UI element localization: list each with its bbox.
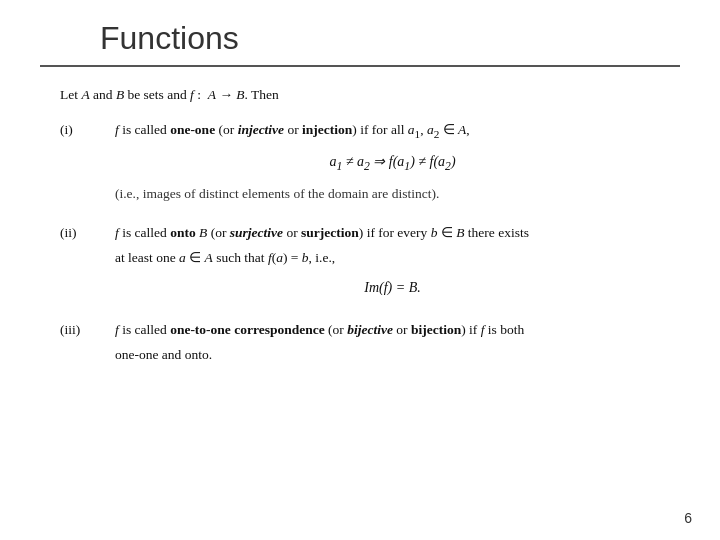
- section-ii-label: (ii): [60, 223, 115, 244]
- section-i-formula: a1 ≠ a2 ⇒ f(a1) ≠ f(a2): [115, 151, 670, 176]
- section-ii: (ii) f is called onto B (or surjective o…: [60, 223, 670, 307]
- section-ii-body: f is called onto B (or surjective or sur…: [115, 223, 670, 307]
- slide-content: Let A and B be sets and f : A → B. Then …: [40, 85, 680, 370]
- section-iii-line1: f is called one-to-one correspondence (o…: [115, 320, 670, 341]
- slide-container: Functions Let A and B be sets and f : A …: [0, 0, 720, 540]
- section-ii-line1: f is called onto B (or surjective or sur…: [115, 223, 670, 244]
- page-number: 6: [684, 510, 692, 526]
- section-i-line1: f is called one-one (or injective or inj…: [115, 120, 670, 143]
- section-i-label: (i): [60, 120, 115, 141]
- intro-text: Let A and B be sets and f : A → B. Then: [60, 85, 670, 106]
- slide-title: Functions: [100, 20, 680, 57]
- section-iii-line2: one-one and onto.: [115, 345, 670, 366]
- section-ii-formula: Im(f) = B.: [115, 277, 670, 299]
- section-i-note: (i.e., images of distinct elements of th…: [115, 184, 670, 205]
- section-iii: (iii) f is called one-to-one corresponde…: [60, 320, 670, 370]
- section-iii-body: f is called one-to-one correspondence (o…: [115, 320, 670, 370]
- section-iii-label: (iii): [60, 320, 115, 341]
- section-ii-line2: at least one a ∈ A such that f(a) = b, i…: [115, 248, 670, 269]
- section-i: (i) f is called one-one (or injective or…: [60, 120, 670, 209]
- section-i-body: f is called one-one (or injective or inj…: [115, 120, 670, 209]
- title-divider: [40, 65, 680, 67]
